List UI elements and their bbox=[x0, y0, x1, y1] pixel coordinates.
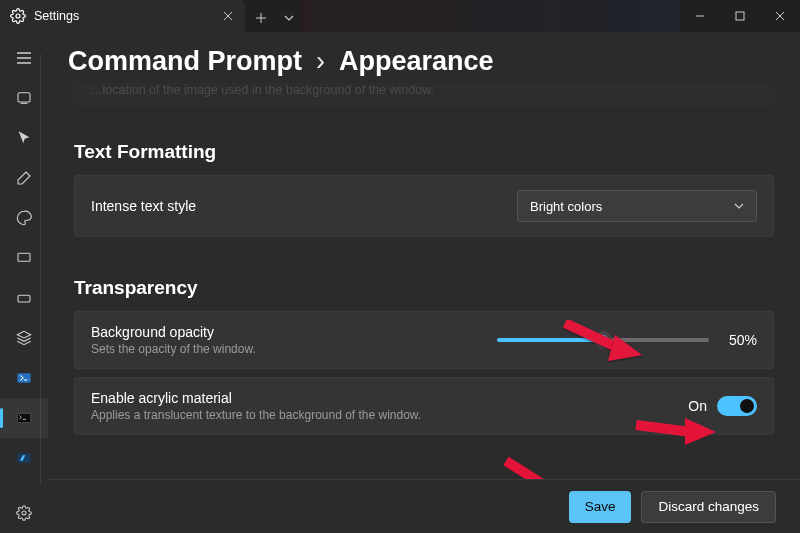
svg-rect-4 bbox=[18, 295, 30, 302]
tab-close-icon[interactable] bbox=[221, 9, 235, 23]
setting-desc: Sets the opacity of the window. bbox=[91, 342, 497, 356]
setting-intense-text-style[interactable]: Intense text style Bright colors bbox=[74, 175, 774, 237]
slider-thumb[interactable] bbox=[594, 331, 612, 349]
partial-row-above: …location of the image used in the backg… bbox=[74, 83, 774, 107]
setting-label: Background opacity bbox=[91, 324, 497, 340]
svg-rect-2 bbox=[18, 93, 30, 102]
acrylic-toggle[interactable] bbox=[717, 396, 757, 416]
titlebar: Settings bbox=[0, 0, 800, 32]
main-content: Command Prompt › Appearance …location of… bbox=[48, 32, 800, 533]
setting-background-opacity: Background opacity Sets the opacity of t… bbox=[74, 311, 774, 369]
tab-controls bbox=[245, 0, 301, 32]
gear-icon bbox=[10, 8, 26, 24]
tab-title: Settings bbox=[34, 9, 213, 23]
slider-fill bbox=[497, 338, 603, 342]
opacity-slider[interactable] bbox=[497, 338, 709, 342]
new-tab-button[interactable] bbox=[245, 6, 277, 30]
minimize-button[interactable] bbox=[680, 0, 720, 32]
setting-label: Enable acrylic material bbox=[91, 390, 688, 406]
annotation-arrow-3 bbox=[498, 453, 588, 479]
chevron-down-icon bbox=[734, 203, 744, 209]
opacity-value: 50% bbox=[721, 332, 757, 348]
setting-enable-acrylic: Enable acrylic material Applies a transl… bbox=[74, 377, 774, 435]
intense-text-dropdown[interactable]: Bright colors bbox=[517, 190, 757, 222]
opacity-slider-wrap: 50% bbox=[497, 332, 757, 348]
toggle-state-label: On bbox=[688, 398, 707, 414]
tab-dropdown-button[interactable] bbox=[277, 6, 301, 30]
save-button[interactable]: Save bbox=[569, 491, 632, 523]
breadcrumb-page[interactable]: Appearance bbox=[339, 46, 494, 77]
acrylic-toggle-wrap: On bbox=[688, 396, 757, 416]
tab-settings[interactable]: Settings bbox=[0, 0, 245, 32]
sidebar bbox=[0, 32, 48, 533]
setting-desc: Applies a translucent texture to the bac… bbox=[91, 408, 688, 422]
breadcrumb-profile[interactable]: Command Prompt bbox=[68, 46, 302, 77]
sidebar-settings-button[interactable] bbox=[0, 493, 48, 533]
breadcrumb: Command Prompt › Appearance bbox=[48, 32, 800, 83]
chevron-right-icon: › bbox=[316, 46, 325, 77]
section-title-text-formatting: Text Formatting bbox=[74, 141, 774, 163]
settings-scroll-area[interactable]: …location of the image used in the backg… bbox=[48, 83, 800, 479]
footer: Save Discard changes bbox=[48, 479, 800, 533]
svg-rect-1 bbox=[736, 12, 744, 20]
svg-rect-3 bbox=[18, 253, 30, 261]
setting-label: Intense text style bbox=[91, 198, 517, 214]
svg-rect-6 bbox=[17, 413, 30, 422]
discard-button[interactable]: Discard changes bbox=[641, 491, 776, 523]
close-window-button[interactable] bbox=[760, 0, 800, 32]
app-body: Command Prompt › Appearance …location of… bbox=[0, 32, 800, 533]
maximize-button[interactable] bbox=[720, 0, 760, 32]
section-title-transparency: Transparency bbox=[74, 277, 774, 299]
window-controls bbox=[680, 0, 800, 32]
svg-point-0 bbox=[16, 14, 20, 18]
titlebar-drag-area[interactable] bbox=[301, 0, 680, 32]
dropdown-value: Bright colors bbox=[530, 199, 602, 214]
toggle-knob bbox=[740, 399, 754, 413]
svg-point-8 bbox=[22, 511, 26, 515]
